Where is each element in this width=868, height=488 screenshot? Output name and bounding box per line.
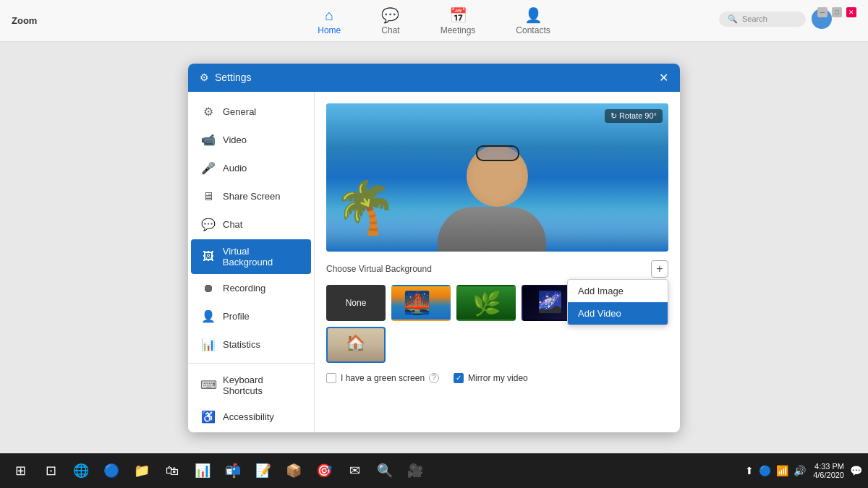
windows-icon: ⊞ (15, 463, 26, 479)
sidebar-divider (188, 363, 314, 364)
dropdown-add-image[interactable]: Add Image (568, 280, 668, 302)
settings-modal: ⚙ Settings ✕ ⚙ General 📹 Video 🎤 Audio (188, 64, 680, 432)
person-head (467, 145, 528, 207)
sidebar-label-share-screen: Share Screen (223, 191, 281, 202)
start-button[interactable]: ⊞ (6, 456, 35, 485)
rotate-button[interactable]: ↻ Rotate 90° (605, 109, 663, 123)
dropdown-add-video[interactable]: Add Video (568, 302, 668, 325)
sidebar-item-recording[interactable]: ⏺ Recording (191, 275, 311, 302)
chat-sidebar-icon: 💬 (201, 218, 216, 232)
task-view-icon: ⊡ (46, 463, 56, 479)
green-screen-label: I have a green screen (341, 373, 425, 383)
nav-tab-contacts[interactable]: 👤 Contacts (510, 4, 556, 38)
share-screen-icon: 🖥 (201, 189, 216, 204)
nav-tab-chat[interactable]: 💬 Chat (375, 4, 405, 38)
top-bar: Zoom ⌂ Home 💬 Chat 📅 Meetings 👤 Contacts… (0, 0, 868, 42)
sidebar-item-profile[interactable]: 👤 Profile (191, 303, 311, 330)
sidebar-label-general: General (223, 106, 256, 117)
taskbar-app-excel[interactable]: 📊 (188, 456, 217, 485)
action-center-icon[interactable]: 💬 (850, 465, 862, 476)
sidebar-item-statistics[interactable]: 📊 Statistics (191, 331, 311, 359)
bluetooth-icon[interactable]: 🔵 (757, 465, 773, 476)
audio-icon: 🎤 (201, 161, 216, 176)
sidebar-item-accessibility[interactable]: ♿ Accessibility (191, 403, 311, 431)
person-silhouette (436, 125, 559, 252)
settings-content: 🌴 ↻ Rotate 90° Choose Virtual Background (315, 92, 680, 432)
recording-icon: ⏺ (201, 281, 216, 296)
chat-icon: 💬 (381, 7, 399, 24)
grass-emoji: 🌿 (472, 290, 501, 317)
taskbar-date-value: 4/6/2020 (813, 471, 844, 479)
bg-thumb-room[interactable] (326, 327, 386, 363)
sidebar-item-general[interactable]: ⚙ General (191, 98, 311, 126)
green-screen-checkbox-item: I have a green screen ? (326, 373, 439, 383)
sys-tray: ⬆ 🔵 📶 🔊 (744, 465, 807, 476)
modal-header: ⚙ Settings ✕ (188, 64, 680, 92)
taskbar-app-slack[interactable]: 🎯 (310, 456, 339, 485)
plus-icon: + (656, 262, 663, 275)
network-icon[interactable]: 📶 (775, 465, 790, 476)
mirror-video-checkbox[interactable]: ✓ (454, 373, 464, 383)
taskbar-app-cortana[interactable]: 🔍 (370, 456, 399, 485)
add-dropdown: Add Image Add Video (567, 279, 668, 325)
sidebar-label-chat: Chat (223, 219, 242, 230)
taskbar-app-mail[interactable]: ✉ (340, 456, 369, 485)
taskbar-right: ⬆ 🔵 📶 🔊 4:33 PM 4/6/2020 💬 (744, 462, 862, 479)
sidebar-item-chat[interactable]: 💬 Chat (191, 211, 311, 239)
taskbar-app-store[interactable]: 🛍 (158, 456, 187, 485)
taskbar-time-value: 4:33 PM (813, 462, 844, 471)
settings-sidebar: ⚙ General 📹 Video 🎤 Audio 🖥 Share Screen… (188, 92, 315, 432)
taskbar-app-edge[interactable]: 🌐 (67, 456, 95, 485)
outlook-icon: 📬 (225, 463, 241, 479)
taskbar-app-zoom[interactable]: 🎥 (401, 456, 430, 485)
nav-tab-home[interactable]: ⌂ Home (312, 4, 346, 38)
taskbar-app-teams[interactable]: 📦 (279, 456, 308, 485)
maximize-button[interactable]: □ (832, 7, 842, 17)
taskbar-app-chrome[interactable]: 🔵 (97, 456, 126, 485)
close-button[interactable]: ✕ (846, 7, 856, 17)
bg-thumb-none[interactable]: None (326, 285, 386, 321)
bg-thumb-grass[interactable]: 🌿 (456, 285, 516, 321)
help-icon[interactable]: ? (429, 373, 439, 383)
search-placeholder: Search (742, 14, 767, 23)
mirror-video-checkbox-item: ✓ Mirror my video (454, 373, 528, 383)
search-box[interactable]: 🔍 Search (719, 12, 806, 27)
add-dropdown-container: + Add Image Add Video (651, 260, 668, 278)
green-screen-checkbox[interactable] (326, 373, 336, 383)
excel-icon: 📊 (195, 463, 210, 479)
volume-icon[interactable]: 🔊 (792, 465, 807, 476)
search-icon: 🔍 (728, 14, 738, 24)
app-branding: Zoom (12, 15, 37, 26)
sidebar-item-keyboard[interactable]: ⌨ Keyboard Shortcuts (191, 368, 311, 403)
add-background-button[interactable]: + (651, 260, 668, 278)
window-controls: ─ □ ✕ (817, 7, 856, 17)
modal-close-button[interactable]: ✕ (659, 71, 668, 85)
checkbox-area: I have a green screen ? ✓ Mirror my vide… (326, 373, 668, 383)
sidebar-label-keyboard: Keyboard Shortcuts (223, 374, 301, 396)
nav-tab-meetings-label: Meetings (441, 25, 476, 35)
sidebar-item-video[interactable]: 📹 Video (191, 127, 311, 154)
settings-icon: ⚙ (200, 72, 209, 83)
palm-tree: 🌴 (333, 178, 396, 237)
taskbar-apps: 🌐 🔵 📁 🛍 📊 📬 📝 📦 🎯 ✉ 🔍 🎥 (67, 456, 742, 485)
bg-thumb-beach[interactable] (391, 285, 451, 321)
sidebar-label-virtual-background: Virtual Background (223, 246, 301, 267)
general-icon: ⚙ (201, 105, 216, 119)
nav-tab-chat-label: Chat (381, 25, 399, 35)
minimize-button[interactable]: ─ (817, 7, 827, 17)
nav-tab-meetings[interactable]: 📅 Meetings (435, 4, 482, 38)
video-preview: 🌴 ↻ Rotate 90° (326, 103, 668, 252)
sidebar-item-virtual-background[interactable]: 🖼 Virtual Background (191, 239, 311, 274)
task-view-button[interactable]: ⊡ (36, 456, 65, 485)
notification-icon[interactable]: ⬆ (744, 465, 755, 476)
search-area: 🔍 Search (719, 9, 832, 29)
virtual-bg-icon: 🖼 (201, 249, 216, 264)
taskbar-app-outlook[interactable]: 📬 (218, 456, 247, 485)
taskbar-app-explorer[interactable]: 📁 (127, 456, 156, 485)
mail-icon: ✉ (349, 463, 360, 479)
store-icon: 🛍 (166, 463, 179, 479)
modal-header-left: ⚙ Settings (200, 72, 252, 83)
sidebar-item-share-screen[interactable]: 🖥 Share Screen (191, 183, 311, 210)
taskbar-app-word[interactable]: 📝 (249, 456, 278, 485)
sidebar-item-audio[interactable]: 🎤 Audio (191, 155, 311, 182)
